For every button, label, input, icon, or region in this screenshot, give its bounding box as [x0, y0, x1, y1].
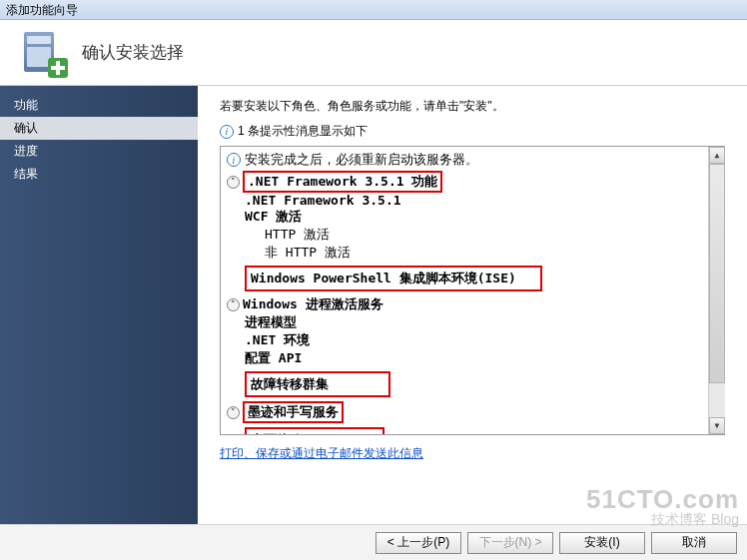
info-message-count: 1 条提示性消息显示如下	[238, 123, 368, 140]
feature-powershell-ise: Windows PowerShell 集成脚本环境(ISE)	[245, 266, 542, 291]
collapse-icon[interactable]: ˄	[227, 176, 240, 189]
install-button[interactable]: 安装(I)	[559, 532, 645, 554]
instruction-text: 若要安装以下角色、角色服务或功能，请单击"安装"。	[220, 98, 725, 115]
window-title: 添加功能向导	[6, 3, 78, 17]
feature-was-group: Windows 进程激活服务	[243, 295, 383, 313]
sidebar-item-results[interactable]: 结果	[0, 163, 198, 186]
vertical-scrollbar[interactable]: ▲ ▼	[708, 147, 725, 434]
feature-desktop-experience: 桌面体验	[245, 427, 384, 435]
scroll-up-icon[interactable]: ▲	[709, 147, 725, 164]
info-icon: i	[227, 153, 241, 167]
wizard-icon	[18, 28, 68, 78]
feature-non-http-activation: 非 HTTP 激活	[227, 244, 719, 262]
feature-net-framework-group: .NET Framework 3.5.1 功能	[243, 171, 442, 193]
sidebar-item-confirm[interactable]: 确认	[0, 117, 198, 140]
sidebar-item-features[interactable]: 功能	[0, 94, 198, 117]
next-button: 下一步(N) >	[467, 532, 553, 554]
export-info-link[interactable]: 打印、保存或通过电子邮件发送此信息	[220, 445, 423, 462]
wizard-header: 确认安装选择	[0, 20, 747, 86]
feature-net-env: .NET 环境	[227, 331, 719, 349]
feature-process-model: 进程模型	[227, 313, 719, 331]
cancel-button[interactable]: 取消	[651, 532, 737, 554]
feature-failover-cluster: 故障转移群集	[245, 371, 390, 397]
selection-listbox: i 安装完成之后，必须重新启动该服务器。 ˄ .NET Framework 3.…	[220, 146, 725, 435]
feature-http-activation: HTTP 激活	[227, 226, 719, 244]
feature-ink-hand-group: 墨迹和手写服务	[243, 401, 344, 423]
wizard-sidebar: 功能 确认 进度 结果	[0, 86, 198, 524]
feature-net-framework: .NET Framework 3.5.1	[227, 193, 719, 208]
scroll-down-icon[interactable]: ▼	[709, 417, 725, 434]
feature-wcf-activation: WCF 激活	[227, 208, 719, 226]
restart-warning: 安装完成之后，必须重新启动该服务器。	[245, 151, 478, 169]
prev-button[interactable]: < 上一步(P)	[375, 532, 461, 554]
info-icon: i	[220, 125, 234, 139]
plus-icon	[48, 58, 68, 78]
scroll-thumb[interactable]	[709, 164, 725, 383]
expand-icon[interactable]: ˅	[227, 406, 240, 419]
sidebar-item-progress[interactable]: 进度	[0, 140, 198, 163]
content-area: 若要安装以下角色、角色服务或功能，请单击"安装"。 i 1 条提示性消息显示如下…	[198, 86, 747, 524]
window-titlebar: 添加功能向导	[0, 0, 747, 20]
collapse-icon[interactable]: ˄	[227, 298, 240, 311]
page-title: 确认安装选择	[82, 41, 184, 64]
wizard-button-bar: < 上一步(P) 下一步(N) > 安装(I) 取消	[0, 524, 747, 560]
feature-config-api: 配置 API	[227, 349, 719, 367]
